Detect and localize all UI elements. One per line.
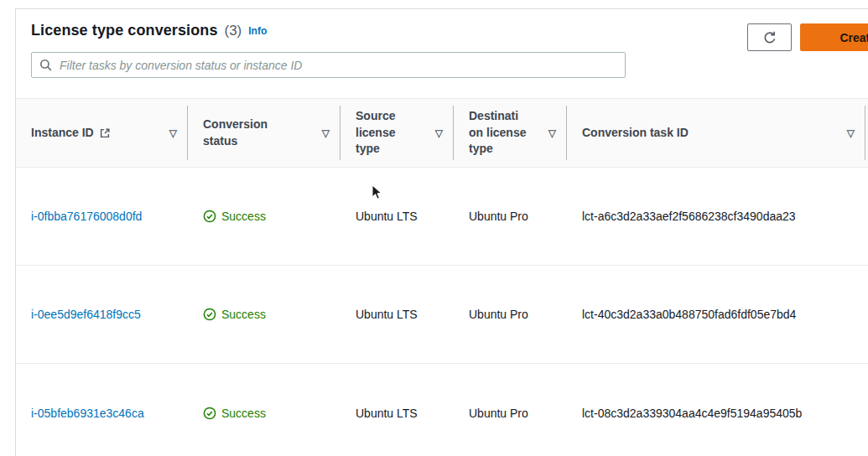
filter-input[interactable] xyxy=(60,59,617,72)
task-id-cell: lct-40c3d2a33a0b488750fad6fdf05e7bd4 xyxy=(567,308,865,321)
filter-box xyxy=(31,52,626,78)
destination-license-cell: Ubuntu Pro xyxy=(454,210,567,223)
success-check-circle-icon xyxy=(203,407,216,420)
column-label: Conversion status xyxy=(203,117,268,149)
instance-id-link[interactable]: i-0ee5d9ef6418f9cc5 xyxy=(31,308,141,321)
table-row: i-0ee5d9ef6418f9cc5 Success Ubuntu LTS U… xyxy=(16,266,868,364)
status-cell: Success xyxy=(188,308,340,321)
column-label: Conversion task ID xyxy=(582,125,689,142)
create-license-conversion-button[interactable]: Create li xyxy=(800,23,868,51)
card-header: License type conversions (3) Info Create… xyxy=(16,9,868,98)
chevron-down-icon[interactable]: ▽ xyxy=(169,128,177,138)
status-badge: Success xyxy=(221,308,266,321)
chevron-down-icon[interactable]: ▽ xyxy=(435,128,443,138)
success-check-circle-icon xyxy=(203,210,216,223)
status-cell: Success xyxy=(188,407,340,420)
instance-id-cell: i-0fbba76176008d0fd xyxy=(16,210,188,223)
page-title: License type conversions xyxy=(31,22,218,39)
chevron-down-icon[interactable]: ▽ xyxy=(322,128,330,138)
column-label: Instance ID xyxy=(31,125,94,142)
column-header-destination-license-type: Destinati on license type ▽ xyxy=(454,99,567,167)
table-body: i-0fbba76176008d0fd Success Ubuntu LTS U… xyxy=(16,168,868,456)
destination-license-cell: Ubuntu Pro xyxy=(454,407,567,420)
column-header-conversion-task-id: Conversion task ID ▽ xyxy=(567,99,865,167)
destination-license-cell: Ubuntu Pro xyxy=(454,308,567,321)
header-actions: Create li xyxy=(747,23,868,51)
column-label: Source license type xyxy=(356,108,395,158)
status-badge: Success xyxy=(221,407,266,420)
refresh-icon xyxy=(762,30,777,45)
success-check-circle-icon xyxy=(203,308,216,321)
external-link-icon xyxy=(99,127,111,139)
column-header-instance-id: Instance ID ▽ xyxy=(16,99,188,167)
chevron-down-icon[interactable]: ▽ xyxy=(548,128,556,138)
table-header-row: Instance ID ▽ Conversion status ▽ Source… xyxy=(16,98,868,168)
instance-id-link[interactable]: i-0fbba76176008d0fd xyxy=(31,210,142,223)
source-license-cell: Ubuntu LTS xyxy=(340,210,454,223)
table-row: i-05bfeb6931e3c46ca Success Ubuntu LTS U… xyxy=(16,364,868,456)
column-label: Destinati on license type xyxy=(469,108,526,158)
source-license-cell: Ubuntu LTS xyxy=(340,308,454,321)
table-row: i-0fbba76176008d0fd Success Ubuntu LTS U… xyxy=(16,168,868,266)
info-link[interactable]: Info xyxy=(248,25,267,37)
instance-id-cell: i-0ee5d9ef6418f9cc5 xyxy=(16,308,188,321)
task-id-cell: lct-08c3d2a339304aa4c4e9f5194a95405b xyxy=(567,407,865,420)
search-icon xyxy=(39,59,53,72)
status-cell: Success xyxy=(188,210,340,223)
license-conversions-card: License type conversions (3) Info Create… xyxy=(15,8,868,456)
task-id-cell: lct-a6c3d2a33aef2f5686238cf3490daa23 xyxy=(567,210,865,223)
title-line: License type conversions (3) Info xyxy=(31,22,868,39)
refresh-button[interactable] xyxy=(747,23,792,51)
instance-id-cell: i-05bfeb6931e3c46ca xyxy=(16,407,188,420)
source-license-cell: Ubuntu LTS xyxy=(340,407,454,420)
status-badge: Success xyxy=(221,210,266,223)
column-header-source-license-type: Source license type ▽ xyxy=(340,99,454,167)
item-count: (3) xyxy=(225,23,242,39)
column-header-conversion-status: Conversion status ▽ xyxy=(188,99,340,167)
instance-id-link[interactable]: i-05bfeb6931e3c46ca xyxy=(31,407,144,420)
chevron-down-icon[interactable]: ▽ xyxy=(847,128,855,138)
